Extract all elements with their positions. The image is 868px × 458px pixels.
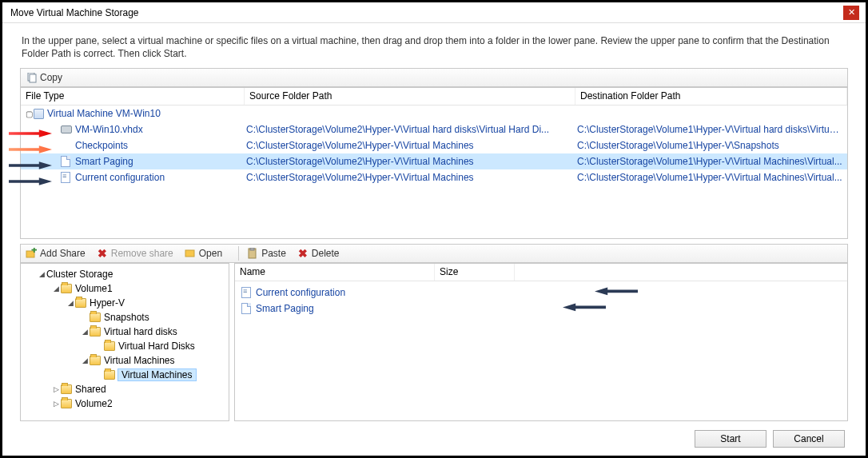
close-button[interactable]: ✕ [843,6,859,20]
copy-icon [26,72,37,83]
row-smart-paging[interactable]: Smart Paging C:\ClusterStorage\Volume2\H… [21,153,847,169]
collapse-icon[interactable]: ▢ [24,110,34,118]
folder-icon [61,284,72,293]
annotation-arrow-2 [9,145,52,154]
folder-icon [75,298,86,308]
row-dst: C:\ClusterStorage\Volume1\Hyper-V\Snapsh… [575,140,847,151]
list-item[interactable]: Current configuration [235,285,847,301]
delete-icon: ✖ [297,247,309,260]
row-src: C:\ClusterStorage\Volume2\Hyper-V\Virtua… [245,172,575,183]
toolbar-separator [238,246,239,261]
row-dst: C:\ClusterStorage\Volume1\Hyper-V\Virtua… [575,156,847,167]
folder-icon [104,341,115,351]
file-icon [61,156,70,167]
folder-icon [104,370,115,380]
annotation-arrow-3 [9,161,52,170]
upper-pane: File Type Source Folder Path Destination… [20,87,848,239]
open-button[interactable]: Open [199,248,222,259]
col-size[interactable]: Size [435,264,515,281]
vm-icon [34,109,44,119]
folder-icon [90,356,101,365]
tree-volume2[interactable]: ▷Volume2 [22,396,227,411]
col-file-type[interactable]: File Type [21,88,245,105]
upper-toolbar: Copy [20,68,848,87]
instruction-text: In the upper pane, select a virtual mach… [2,23,866,68]
folder-icon [61,399,72,408]
tree-snapshots[interactable]: Snapshots [22,310,227,325]
delete-button[interactable]: Delete [312,248,340,259]
svg-text:✚: ✚ [31,248,37,254]
row-current-config[interactable]: Current configuration C:\ClusterStorage\… [21,169,847,185]
row-src: C:\ClusterStorage\Volume2\Hyper-V\Virtua… [245,156,575,167]
lower-toolbar: ✚ Add Share ✖ Remove share Open Paste ✖ … [20,244,848,263]
col-source[interactable]: Source Folder Path [245,88,575,105]
lower-area: ◢Cluster Storage ◢Volume1 ◢Hyper-V Snaps… [20,263,848,421]
folder-tree[interactable]: ◢Cluster Storage ◢Volume1 ◢Hyper-V Snaps… [20,263,229,421]
dialog-buttons: Start Cancel [695,430,845,448]
start-button[interactable]: Start [695,430,766,448]
list-column-headers: Name Size [235,264,847,281]
titlebar: Move Virtual Machine Storage ✕ [2,2,866,23]
row-dst: C:\ClusterStorage\Volume1\Hyper-V\Virtua… [575,172,847,183]
row-ft: Checkpoints [75,140,128,151]
upper-column-headers: File Type Source Folder Path Destination… [21,88,847,106]
row-src: C:\ClusterStorage\Volume2\Hyper-V\Virtua… [245,140,575,151]
file-list-pane: Name Size Current configuration Smart Pa… [234,263,848,421]
annotation-arrow-1 [9,129,52,138]
col-destination[interactable]: Destination Folder Path [575,88,847,105]
add-share-icon: ✚ [26,248,37,259]
list-rows: Current configuration Smart Paging [235,281,847,420]
tree-vms[interactable]: ◢Virtual Machines [22,353,227,368]
add-share-button[interactable]: Add Share [40,248,86,259]
remove-share-button[interactable]: Remove share [111,248,173,259]
file-icon [241,303,251,314]
row-ft: Smart Paging [75,156,133,167]
tree-volume1[interactable]: ◢Volume1 [22,281,227,296]
config-icon [61,172,70,183]
paste-button[interactable]: Paste [261,248,286,259]
folder-icon [90,313,101,322]
tree-hyperv[interactable]: ◢Hyper-V [22,296,227,310]
tree-vhd[interactable]: ◢Virtual hard disks [22,325,227,339]
row-src: C:\ClusterStorage\Volume2\Hyper-V\Virtua… [245,124,575,135]
vm-label: Virtual Machine VM-Win10 [47,108,161,119]
upper-rows: ▢ Virtual Machine VM-Win10 VM-Win10.vhdx… [21,106,847,185]
row-checkpoints[interactable]: Checkpoints C:\ClusterStorage\Volume2\Hy… [21,137,847,153]
row-ft: VM-Win10.vhdx [75,124,143,135]
row-ft: Current configuration [75,172,165,183]
row-dst: C:\ClusterStorage\Volume1\Hyper-V\Virtua… [575,124,847,135]
folder-icon [61,384,72,394]
col-name[interactable]: Name [235,264,435,281]
tree-shared[interactable]: ▷Shared [22,382,227,396]
window-title: Move Virtual Machine Storage [10,7,843,18]
svg-rect-4 [185,250,194,257]
svg-rect-1 [30,74,36,82]
annotation-arrow-6 [563,302,606,312]
remove-share-icon: ✖ [97,247,108,260]
paste-icon [247,248,258,259]
tree-vms-child[interactable]: Virtual Machines [22,368,227,382]
row-vhdx[interactable]: VM-Win10.vhdx C:\ClusterStorage\Volume2\… [21,121,847,137]
cancel-button[interactable]: Cancel [773,430,845,448]
svg-rect-6 [250,248,254,250]
annotation-arrow-5 [595,286,638,296]
copy-button[interactable]: Copy [40,72,62,83]
tree-root[interactable]: ◢Cluster Storage [22,267,227,281]
disk-icon [61,125,72,133]
folder-icon [90,327,101,337]
dialog-window: Move Virtual Machine Storage ✕ In the up… [0,0,868,458]
list-item[interactable]: Smart Paging [235,301,847,317]
open-icon [185,248,196,259]
annotation-arrow-4 [9,177,52,186]
tree-vhd-child[interactable]: Virtual Hard Disks [22,339,227,353]
config-icon [241,287,251,298]
vm-parent-row[interactable]: ▢ Virtual Machine VM-Win10 [21,106,847,121]
